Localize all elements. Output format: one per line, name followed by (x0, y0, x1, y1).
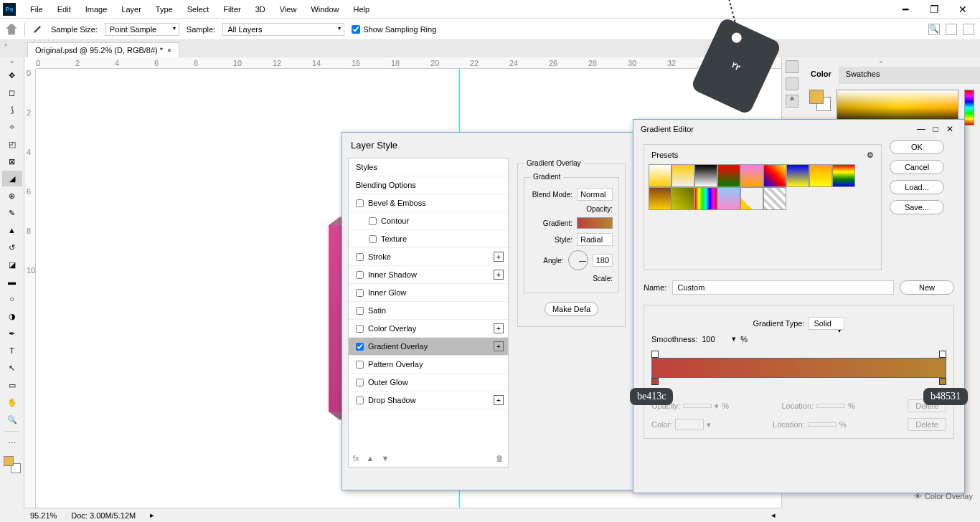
menu-layer[interactable]: Layer (114, 2, 149, 16)
zoom-level[interactable]: 95.21% (30, 511, 57, 520)
angle-dial[interactable] (568, 250, 588, 270)
menu-window[interactable]: Window (303, 2, 346, 16)
down-icon[interactable]: ▼ (381, 454, 389, 462)
location-input[interactable] (816, 404, 845, 408)
gradient-type-select[interactable]: Solid (809, 317, 844, 330)
fx-texture[interactable]: Texture (349, 230, 508, 248)
sample-size-select[interactable]: Point Sample (105, 23, 179, 36)
frame-tool[interactable]: ⊠ (2, 153, 22, 169)
tab-swatches[interactable]: Swatches (839, 67, 887, 84)
color-swatches[interactable] (4, 456, 21, 473)
gradient-tool[interactable]: ▬ (2, 274, 22, 290)
color-stop[interactable] (651, 378, 659, 385)
trash-icon[interactable]: 🗑 (496, 454, 504, 462)
gradient-preset[interactable] (649, 164, 672, 187)
type-tool[interactable]: T (2, 343, 22, 359)
fx-pattern-overlay[interactable]: Pattern Overlay (349, 356, 508, 374)
minimize-icon[interactable]: — (914, 124, 928, 134)
hand-tool[interactable]: ✋ (2, 394, 22, 410)
document-tab[interactable]: Original.psd @ 95.2% (D, RGB/8#) * × (27, 42, 179, 57)
gradient-preset[interactable] (763, 187, 786, 210)
share-icon[interactable] (963, 24, 974, 35)
fx-icon[interactable]: fx (353, 454, 359, 462)
home-icon[interactable] (6, 24, 17, 35)
add-icon[interactable]: + (494, 323, 504, 333)
blend-mode-select[interactable]: Normal (577, 188, 613, 201)
styles-header[interactable]: Styles (349, 158, 508, 176)
fx-drop-shadow[interactable]: Drop Shadow+ (349, 392, 508, 409)
gradient-preset[interactable] (649, 187, 672, 210)
gradient-preset[interactable] (763, 164, 786, 187)
history-brush-tool[interactable]: ↺ (2, 239, 22, 255)
maximize-icon[interactable]: □ (928, 124, 943, 134)
close-icon[interactable]: ✕ (943, 124, 957, 134)
zoom-tool[interactable]: 🔍 (2, 412, 22, 427)
gradient-preset[interactable] (786, 164, 809, 187)
restore-button[interactable]: ❐ (920, 1, 948, 17)
fx-inner-glow[interactable]: Inner Glow (349, 284, 508, 302)
fx-outer-glow[interactable]: Outer Glow (349, 374, 508, 392)
opacity-stop[interactable] (939, 351, 946, 358)
fx-gradient-overlay[interactable]: Gradient Overlay+ (349, 338, 508, 356)
crop-tool[interactable]: ◰ (2, 136, 22, 152)
gradient-preset[interactable] (694, 164, 717, 187)
blending-options[interactable]: Blending Options (349, 176, 508, 194)
menu-view[interactable]: View (273, 2, 304, 16)
add-icon[interactable]: + (494, 341, 504, 351)
color-stop[interactable] (939, 378, 946, 385)
healing-tool[interactable]: ⊕ (2, 188, 22, 204)
eyedropper-tool[interactable]: ◢ (2, 171, 22, 186)
color-input[interactable] (675, 419, 704, 430)
collapse-icon[interactable]: » (10, 59, 13, 65)
minimize-button[interactable]: ━ (891, 1, 920, 17)
smoothness-input[interactable]: 100 (702, 335, 727, 343)
fx-stroke[interactable]: Stroke+ (349, 248, 508, 266)
gradient-preset[interactable] (740, 164, 763, 187)
menu-select[interactable]: Select (180, 2, 217, 16)
move-tool[interactable]: ✥ (2, 67, 22, 83)
search-icon[interactable]: 🔍 (928, 24, 940, 35)
lasso-tool[interactable]: ⟆ (2, 102, 22, 118)
gradient-preset[interactable] (832, 164, 855, 187)
panel-icon[interactable] (786, 77, 798, 90)
opacity-stop[interactable] (651, 351, 659, 358)
opacity-input[interactable] (683, 404, 712, 408)
gradient-bar[interactable] (651, 358, 946, 378)
gradient-preset[interactable] (717, 164, 740, 187)
gradient-preset[interactable] (717, 187, 740, 210)
path-tool[interactable]: ↖ (2, 360, 22, 376)
fx-inner-shadow[interactable]: Inner Shadow+ (349, 266, 508, 284)
gradient-preset[interactable] (672, 164, 694, 187)
menu-file[interactable]: File (23, 2, 50, 16)
menu-help[interactable]: Help (347, 2, 377, 16)
panel-icon[interactable] (786, 60, 798, 73)
delete-button[interactable]: Delete (908, 418, 946, 431)
close-button[interactable]: ✕ (948, 1, 977, 17)
gradient-preset[interactable] (809, 164, 832, 187)
fx-satin[interactable]: Satin (349, 302, 508, 320)
brush-tool[interactable]: ✎ (2, 205, 22, 221)
menu-edit[interactable]: Edit (50, 2, 78, 16)
close-icon[interactable]: × (167, 47, 171, 54)
name-input[interactable] (672, 280, 894, 295)
add-icon[interactable]: + (494, 252, 504, 262)
cancel-button[interactable]: Cancel (890, 160, 944, 174)
add-icon[interactable]: + (494, 270, 504, 280)
angle-input[interactable]: 180 (593, 254, 613, 267)
sample-select[interactable]: All Layers (222, 23, 344, 36)
add-icon[interactable]: + (494, 395, 504, 405)
gear-icon[interactable]: ⚙ (867, 151, 874, 160)
menu-filter[interactable]: Filter (216, 2, 248, 16)
workspace-icon[interactable] (946, 24, 957, 35)
up-icon[interactable]: ▲ (367, 454, 374, 462)
make-default-button[interactable]: Make Defa (545, 302, 598, 316)
menu-image[interactable]: Image (78, 2, 115, 16)
gradient-preset[interactable] (740, 187, 763, 210)
style-select[interactable]: Radial (577, 233, 613, 246)
edit-toolbar[interactable]: ⋯ (2, 435, 22, 451)
menu-type[interactable]: Type (149, 2, 180, 16)
eraser-tool[interactable]: ◪ (2, 257, 22, 272)
show-sampling-ring-checkbox[interactable]: Show Sampling Ring (352, 25, 436, 34)
tab-color[interactable]: Color (804, 67, 839, 84)
shape-tool[interactable]: ▭ (2, 377, 22, 393)
